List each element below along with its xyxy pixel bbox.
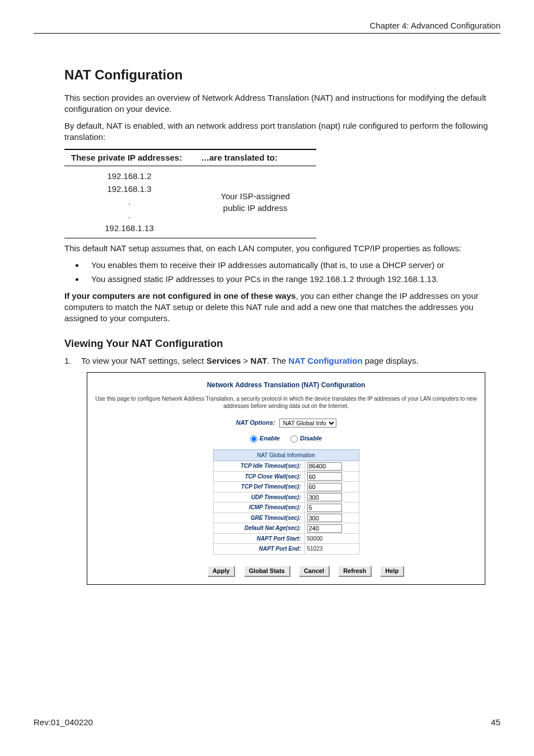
- translate-private-ips: 192.168.1.2 192.168.1.3 . . 192.168.1.13: [64, 166, 194, 238]
- row-label: ICMP Timeout(sec):: [213, 503, 305, 513]
- after-table-text: This default NAT setup assumes that, on …: [64, 243, 500, 254]
- row-label: TCP Close Wait(sec):: [213, 471, 305, 482]
- apply-button[interactable]: Apply: [208, 566, 235, 576]
- row-label: NAPT Port End:: [213, 544, 305, 555]
- content: NAT Configuration This section provides …: [34, 66, 500, 585]
- nat-config-screenshot: Network Address Translation (NAT) Config…: [87, 372, 485, 585]
- footer: Rev:01_040220 45: [34, 717, 500, 728]
- row-label: TCP Def Timeout(sec):: [213, 482, 305, 492]
- napt-port-end-value: 51023: [305, 544, 359, 555]
- tcp-def-timeout-input[interactable]: [307, 483, 342, 491]
- nat-options-line: NAT Options: NAT Global Info: [93, 419, 479, 428]
- row-label: Default Nat Age(sec):: [213, 523, 305, 534]
- section-title: NAT Configuration: [64, 66, 500, 84]
- bold-note: If your computers are not configured in …: [64, 290, 500, 325]
- help-button[interactable]: Help: [380, 566, 404, 576]
- bullet-item: You assigned static IP addresses to your…: [85, 274, 500, 285]
- step-number: 1.: [64, 355, 81, 367]
- tcp-idle-timeout-input[interactable]: [307, 462, 342, 471]
- header-chapter: Chapter 4: Advanced Configuration: [34, 20, 500, 34]
- nat-options-select[interactable]: NAT Global Info: [279, 419, 336, 428]
- translate-col2-header: …are translated to:: [194, 149, 316, 166]
- enable-label: Enable: [260, 435, 280, 442]
- footer-left: Rev:01_040220: [34, 717, 93, 728]
- default-nat-age-input[interactable]: [307, 524, 342, 533]
- tcp-close-wait-input[interactable]: [307, 472, 342, 481]
- row-label: TCP Idle Timeout(sec):: [213, 461, 305, 472]
- subheading: Viewing Your NAT Configuration: [64, 337, 500, 351]
- step-text: To view your NAT settings, select Servic…: [81, 355, 419, 367]
- napt-port-start-value: 50000: [305, 533, 359, 544]
- row-label: GRE Timeout(sec):: [213, 513, 305, 523]
- footer-right: 45: [491, 717, 500, 728]
- enable-disable-row: Enable Disable: [93, 434, 479, 443]
- bullet-list: You enables them to receive their IP add…: [64, 260, 500, 285]
- ui-description: Use this page to configure Network Addre…: [93, 395, 479, 410]
- gre-timeout-input[interactable]: [307, 514, 342, 522]
- disable-radio[interactable]: [291, 435, 298, 443]
- intro-paragraph-2: By default, NAT is enabled, with an netw…: [64, 120, 500, 143]
- icmp-timeout-input[interactable]: [307, 504, 342, 512]
- disable-label: Disable: [300, 435, 322, 442]
- udp-timeout-input[interactable]: [307, 493, 342, 501]
- cancel-button[interactable]: Cancel: [299, 566, 329, 576]
- button-row: Apply Global Stats Cancel Refresh Help: [93, 565, 479, 576]
- enable-radio[interactable]: [250, 435, 257, 443]
- global-stats-button[interactable]: Global Stats: [244, 566, 290, 576]
- nat-options-label: NAT Options:: [236, 419, 275, 426]
- intro-paragraph-1: This section provides an overview of Net…: [64, 92, 500, 115]
- ui-title: Network Address Translation (NAT) Config…: [93, 381, 479, 389]
- nat-info-header: NAT Global Information: [213, 449, 359, 461]
- nat-global-info-table: NAT Global Information TCP Idle Timeout(…: [213, 449, 359, 555]
- step-1: 1. To view your NAT settings, select Ser…: [64, 355, 500, 367]
- refresh-button[interactable]: Refresh: [338, 566, 371, 576]
- bullet-item: You enables them to receive their IP add…: [85, 260, 500, 271]
- translate-public-ip: Your ISP-assigned public IP address: [194, 166, 316, 238]
- row-label: UDP Timeout(sec):: [213, 492, 305, 503]
- translate-col1-header: These private IP addresses:: [64, 149, 194, 166]
- translation-table: These private IP addresses: …are transla…: [64, 149, 316, 239]
- row-label: NAPT Port Start:: [213, 533, 305, 544]
